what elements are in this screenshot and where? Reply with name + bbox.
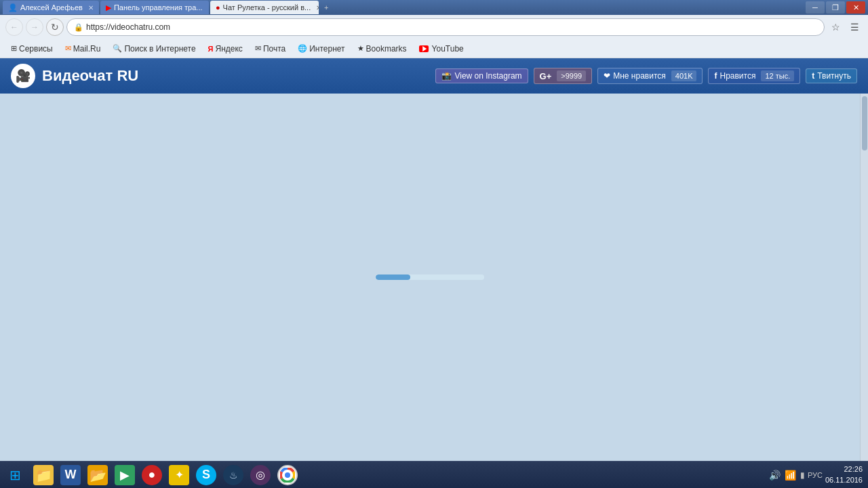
internet-icon: 🌐	[298, 44, 307, 53]
bookmark-yandex[interactable]: Я Яндекс	[203, 43, 248, 55]
services-icon: ⊞	[11, 44, 17, 53]
bookmark-youtube-label: YouTube	[432, 44, 464, 54]
gplus-button[interactable]: G+ >9999	[534, 68, 593, 84]
language-indicator: РУС	[808, 471, 823, 479]
taskbar-app2[interactable]: ◎	[247, 462, 274, 489]
twitter-button[interactable]: t Твитнуть	[806, 68, 857, 83]
taskbar-media-player[interactable]: ▶	[111, 462, 138, 489]
clock-date: 06.11.2016	[825, 475, 863, 485]
close-button[interactable]: ✕	[846, 1, 865, 14]
system-tray-icons: 🔊 📶 ▮	[769, 470, 805, 481]
bookmark-mail[interactable]: ✉ Почта	[250, 43, 291, 55]
scrollbar[interactable]	[860, 94, 868, 461]
tab-2[interactable]: ▶ Панель управления тра... ✕	[100, 1, 209, 14]
tab-2-label: Панель управления тра...	[114, 3, 203, 12]
page-content	[0, 94, 860, 461]
fb-like-button[interactable]: f Нравится 12 тыс.	[708, 68, 800, 84]
gplus-count: >9999	[557, 70, 586, 81]
yandex-icon: Я	[208, 45, 214, 53]
youtube-icon	[419, 45, 429, 52]
back-button[interactable]: ←	[5, 18, 23, 36]
bookmark-bookmarks[interactable]: ★ Bookmarks	[352, 43, 412, 55]
steam-icon: ♨	[223, 465, 243, 485]
bookmarks-icon: ★	[357, 44, 364, 53]
fb-count: 12 тыс.	[761, 70, 794, 81]
lock-icon: 🔒	[74, 23, 83, 32]
new-tab-icon: +	[324, 3, 328, 12]
instagram-button[interactable]: 📸 View on Instagram	[435, 68, 528, 83]
taskbar-skype[interactable]: S	[193, 462, 220, 489]
bookmark-internet-label: Интернет	[309, 44, 344, 54]
bookmarks-bar: ⊞ Сервисы ✉ Mail.Ru 🔍 Поиск в Интернете …	[0, 39, 868, 58]
menu-button[interactable]: ☰	[846, 19, 863, 35]
volume-icon[interactable]: 🔊	[769, 470, 781, 481]
record-icon: ●	[142, 465, 162, 485]
taskbar-steam[interactable]: ♨	[220, 462, 247, 489]
tab-2-close[interactable]: ✕	[208, 4, 209, 12]
vk-like-button[interactable]: ❤ Мне нравится 401K	[597, 68, 703, 84]
fb-label: Нравится	[719, 71, 755, 81]
gplus-icon: G+	[540, 71, 552, 81]
loading-progress	[376, 274, 484, 280]
twitter-icon: t	[812, 71, 814, 81]
bookmark-mailru[interactable]: ✉ Mail.Ru	[60, 43, 106, 55]
start-button[interactable]: ⊞	[0, 462, 30, 489]
windows-taskbar: ⊞ 📁 W 📂 ▶ ● ✦ S ♨	[0, 461, 868, 488]
start-icon: ⊞	[9, 467, 21, 483]
tab-3-close[interactable]: ✕	[316, 4, 319, 12]
taskbar-left: ⊞ 📁 W 📂 ▶ ● ✦ S ♨	[0, 462, 301, 488]
address-bar[interactable]: 🔒 https://videochatru.com	[66, 18, 825, 36]
tab-2-icon: ▶	[106, 3, 111, 12]
bookmark-services[interactable]: ⊞ Сервисы	[5, 43, 58, 55]
vk-count: 401K	[671, 70, 697, 81]
site-logo-text: Видеочат RU	[42, 67, 138, 85]
taskbar-word[interactable]: W	[57, 462, 84, 489]
tab-1[interactable]: 👤 Алексей Арефьев ✕	[3, 1, 99, 14]
browser-toolbar: ← → ↻ 🔒 https://videochatru.com ☆ ☰	[0, 15, 868, 39]
bookmark-internet[interactable]: 🌐 Интернет	[292, 43, 350, 55]
site-logo: 🎥 Видеочат RU	[11, 64, 138, 88]
address-text: https://videochatru.com	[86, 22, 170, 32]
restore-button[interactable]: ❐	[826, 1, 845, 14]
instagram-icon: 📸	[441, 71, 452, 81]
taskbar-record[interactable]: ●	[138, 462, 165, 489]
search-bookmark-icon: 🔍	[113, 44, 122, 53]
chrome-icon	[277, 465, 298, 485]
star-button[interactable]: ☆	[827, 19, 844, 35]
skype-icon: S	[196, 465, 216, 485]
app-yellow-icon: ✦	[169, 465, 189, 485]
tab-1-label: Алексей Арефьев	[20, 3, 83, 12]
taskbar-chrome[interactable]	[274, 462, 301, 489]
new-tab-button[interactable]: +	[320, 1, 336, 14]
bookmark-search-label: Поиск в Интернете	[124, 44, 195, 54]
tab-bar: 👤 Алексей Арефьев ✕ ▶ Панель управления …	[3, 1, 336, 14]
browser-titlebar: 👤 Алексей Арефьев ✕ ▶ Панель управления …	[0, 0, 868, 15]
file-explorer-icon: 📁	[33, 465, 54, 485]
bookmark-youtube[interactable]: YouTube	[414, 43, 469, 55]
refresh-button[interactable]: ↻	[46, 18, 64, 36]
taskbar-file-explorer[interactable]: 📁	[30, 462, 57, 489]
site-header: 🎥 Видеочат RU 📸 View on Instagram G+ >99…	[0, 58, 868, 94]
tab-3-label: Чат Рулетка - русский в...	[223, 3, 311, 12]
window-controls: ─ ❐ ✕	[806, 1, 865, 14]
scrollbar-thumb[interactable]	[862, 96, 867, 150]
taskbar-files[interactable]: 📂	[84, 462, 111, 489]
bookmark-search[interactable]: 🔍 Поиск в Интернете	[107, 43, 201, 55]
tab-3-icon: ●	[216, 3, 220, 12]
fb-icon: f	[714, 71, 717, 81]
bookmark-mail-label: Почта	[263, 44, 285, 54]
files-icon: 📂	[87, 465, 108, 485]
forward-button[interactable]: →	[26, 18, 43, 36]
twitter-label: Твитнуть	[817, 71, 851, 81]
network-icon[interactable]: 📶	[785, 470, 796, 481]
taskbar-app-yellow[interactable]: ✦	[165, 462, 193, 489]
svg-point-1	[285, 472, 290, 478]
media-player-icon: ▶	[115, 465, 135, 485]
vk-label: Мне нравится	[613, 71, 666, 81]
minimize-button[interactable]: ─	[806, 1, 825, 14]
mailru-icon: ✉	[65, 44, 71, 53]
loading-fill	[376, 274, 410, 280]
tab-1-close[interactable]: ✕	[88, 4, 94, 12]
instagram-label: View on Instagram	[454, 71, 521, 81]
tab-3[interactable]: ● Чат Рулетка - русский в... ✕	[210, 1, 319, 14]
